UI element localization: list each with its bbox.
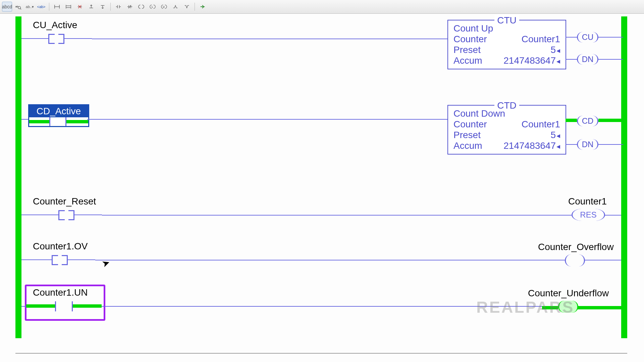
- tag-label: Counter1.OV: [33, 241, 88, 252]
- tb-ote-icon[interactable]: [136, 2, 146, 12]
- counter-label: Counter: [453, 119, 487, 130]
- tb-branch-icon[interactable]: [63, 2, 73, 12]
- tb-osr-icon[interactable]: [182, 2, 192, 12]
- tag-label: CD_Active: [29, 105, 88, 117]
- toolbar-separator: [195, 3, 195, 11]
- preset-value: 5: [550, 45, 556, 55]
- tb-xio-icon[interactable]: [125, 2, 135, 12]
- ladder-editor[interactable]: CU_Active CTU Count Up CounterCounter1 P…: [0, 14, 644, 362]
- tag-label: Counter1.UN: [33, 287, 88, 298]
- coil-tag: Counter_Underflow: [528, 288, 609, 299]
- tb-rung-icon[interactable]: [52, 2, 62, 12]
- tb-ins-before-icon[interactable]: [86, 2, 96, 12]
- pin-label: DN: [582, 55, 594, 64]
- ptr-icon: ◂: [556, 46, 560, 55]
- accum-value: 2147483647: [503, 55, 556, 66]
- canvas-divider: [15, 353, 627, 354]
- tb-xic-icon[interactable]: [113, 2, 123, 12]
- rung-wire: [21, 119, 28, 120]
- tag-label: Counter_Reset: [33, 196, 96, 207]
- ctu-block[interactable]: CTU Count Up CounterCounter1 Preset5◂ Ac…: [447, 20, 566, 69]
- preset-label: Preset: [453, 130, 481, 140]
- ctd-pin-dn: DN: [566, 139, 623, 150]
- coil-tag: Counter1: [568, 196, 607, 207]
- toolbar: abcd ab ab..▾ <ab> L U: [0, 0, 644, 14]
- ctu-pin-cu: CU: [566, 32, 623, 43]
- ctd-pin-cd: CD: [566, 116, 623, 126]
- accum-label: Accum: [453, 55, 482, 66]
- rung-wire: [95, 260, 565, 260]
- svg-text:U: U: [163, 5, 164, 8]
- ptr-icon: ◂: [556, 142, 560, 150]
- counter-value: Counter1: [522, 119, 560, 130]
- preset-label: Preset: [453, 45, 481, 55]
- accum-value: 2147483647: [503, 140, 556, 151]
- right-power-rail: [621, 16, 627, 338]
- counter-label: Counter: [453, 34, 487, 45]
- ctd-block[interactable]: CTD Count Down CounterCounter1 Preset5◂ …: [447, 105, 566, 155]
- tb-ab-search-icon[interactable]: ab: [13, 2, 23, 12]
- watermark: REALPARS: [476, 298, 574, 316]
- tag-label: CU_Active: [33, 20, 77, 31]
- pin-label: CU: [582, 33, 594, 42]
- rung-wire: [102, 215, 572, 216]
- tb-run-icon[interactable]: [198, 2, 208, 12]
- tb-otu-icon[interactable]: U: [159, 2, 169, 12]
- block-type: CTU: [494, 15, 519, 25]
- pin-label: DN: [582, 140, 594, 149]
- tb-abcd-icon[interactable]: abcd: [2, 2, 12, 12]
- rung-wire: [92, 39, 447, 39]
- counter-value: Counter1: [522, 34, 560, 45]
- rung-wire: [584, 260, 621, 260]
- rung-wire: [604, 215, 621, 216]
- svg-point-1: [18, 6, 20, 9]
- tb-ins-after-icon[interactable]: [98, 2, 108, 12]
- tb-tag-icon[interactable]: <ab>: [36, 2, 46, 12]
- svg-text:L: L: [152, 5, 153, 8]
- tb-ons-icon[interactable]: [170, 2, 180, 12]
- pin-label: CD: [582, 116, 594, 126]
- toolbar-separator: [49, 3, 49, 11]
- rung-wire: [21, 306, 26, 307]
- xic-cd-active-selected[interactable]: CD_Active: [28, 104, 89, 127]
- ctu-pin-dn: DN: [566, 54, 623, 65]
- left-power-rail: [15, 16, 21, 338]
- tb-del-rung-icon[interactable]: [75, 2, 85, 12]
- mouse-cursor-icon: ➤: [100, 257, 111, 270]
- toolbar-separator: [110, 3, 111, 11]
- rung-wire: [87, 119, 447, 120]
- coil-tag: Counter_Overflow: [538, 242, 614, 252]
- ptr-icon: ◂: [556, 57, 560, 65]
- ptr-icon: ◂: [556, 131, 560, 140]
- block-type: CTD: [494, 100, 519, 111]
- coil-text: RES: [580, 210, 596, 220]
- preset-value: 5: [550, 130, 556, 140]
- tb-ab-dropdown-icon[interactable]: ab..▾: [25, 2, 35, 12]
- accum-label: Accum: [453, 140, 482, 151]
- tb-otl-icon[interactable]: L: [148, 2, 158, 12]
- svg-line-2: [20, 8, 21, 9]
- rung-wire-on: [578, 306, 621, 309]
